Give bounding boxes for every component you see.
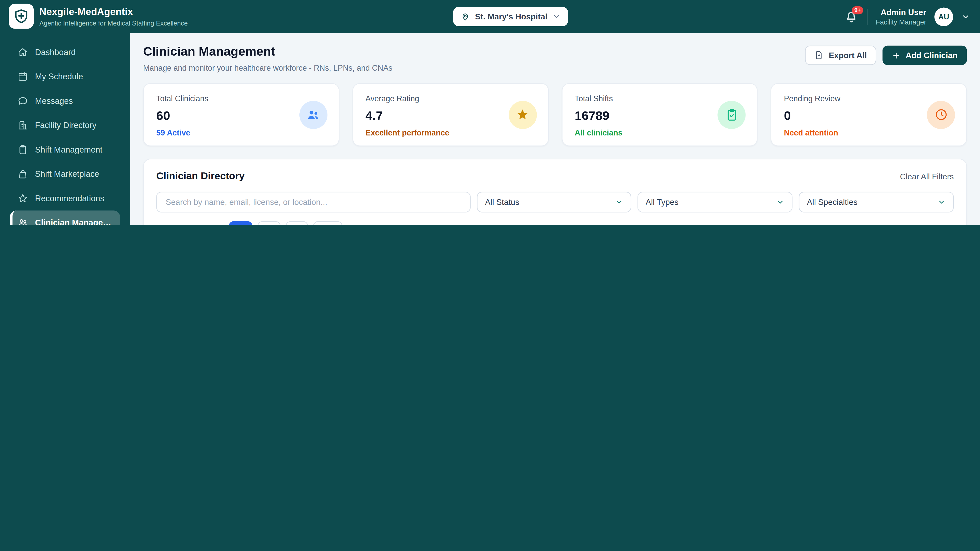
- add-clinician-label: Add Clinician: [905, 51, 957, 60]
- sidebar-item[interactable]: Dashboard: [10, 40, 120, 65]
- stat-card: Pending Review 0 Need attention: [771, 83, 967, 146]
- app-title: Nexgile-MedAgentix: [39, 6, 188, 17]
- stat-subtext: Excellent performance: [366, 129, 535, 137]
- stat-subtext: Need attention: [784, 129, 954, 137]
- stat-icon-circle: [508, 100, 536, 129]
- calendar-icon: [18, 71, 28, 82]
- bag-icon: [18, 168, 28, 179]
- star-icon: [18, 193, 28, 204]
- stats-row: Total Clinicians 60 59 Active Average Ra…: [143, 83, 967, 146]
- facility-selector[interactable]: St. Mary's Hospital: [453, 7, 568, 26]
- export-all-button[interactable]: Export All: [805, 46, 876, 65]
- header-right: 9+ Admin User Facility Manager AU: [844, 0, 970, 33]
- sidebar-item[interactable]: Facility Directory: [10, 113, 120, 138]
- search-input[interactable]: [164, 197, 463, 207]
- app-tagline: Agentic Intelligence for Medical Staffin…: [39, 19, 188, 27]
- stat-label: Total Shifts: [575, 94, 745, 103]
- users-filled-icon: [307, 108, 320, 121]
- users-icon: [18, 218, 28, 225]
- clinician-directory-card: Clinician Directory Clear All Filters Al…: [143, 159, 967, 225]
- minimum-rating-row: Minimum Rating: All 3+ 4+: [156, 221, 954, 225]
- sidebar-item[interactable]: Shift Marketplace: [10, 162, 120, 186]
- sidebar-item[interactable]: Shift Management: [10, 138, 120, 162]
- stat-card: Total Shifts 16789 All clinicians: [562, 83, 757, 146]
- stat-label: Total Clinicians: [156, 94, 326, 103]
- chevron-down-icon: [776, 198, 784, 206]
- filter-row: All Status All Types All Specialties: [156, 192, 954, 213]
- location-pin-icon: [461, 12, 470, 21]
- stat-icon-circle: [927, 100, 955, 129]
- type-filter-select[interactable]: All Types: [638, 192, 792, 213]
- user-menu-chevron-icon[interactable]: [961, 12, 970, 21]
- status-filter-select[interactable]: All Status: [477, 192, 632, 213]
- page-actions: Export All Add Clinician: [805, 46, 967, 65]
- clipboard-icon: [18, 144, 28, 155]
- facility-name: St. Mary's Hospital: [475, 12, 547, 21]
- rating-filter-chip[interactable]: 3+: [258, 221, 280, 225]
- sidebar: Dashboard My Schedule Messages Facility …: [0, 33, 130, 225]
- page-title: Clinician Management: [143, 44, 393, 59]
- notifications-button[interactable]: 9+: [844, 9, 859, 24]
- page-header: Clinician Management Manage and monitor …: [143, 44, 967, 73]
- user-name: Admin User: [876, 7, 926, 17]
- export-all-label: Export All: [829, 51, 867, 60]
- sidebar-item[interactable]: Messages: [10, 89, 120, 113]
- brand: Nexgile-MedAgentix Agentic Intelligence …: [9, 4, 188, 29]
- rating-filter-chip[interactable]: 4+: [285, 221, 308, 225]
- page-subtitle: Manage and monitor your healthcare workf…: [143, 64, 393, 73]
- search-box: [156, 192, 471, 213]
- top-header: Nexgile-MedAgentix Agentic Intelligence …: [0, 0, 980, 33]
- directory-title: Clinician Directory: [156, 171, 245, 182]
- stat-icon-circle: [299, 100, 327, 129]
- stat-card: Average Rating 4.7 Excellent performance: [352, 83, 549, 146]
- stat-label: Average Rating: [366, 94, 535, 103]
- star-filled-icon: [515, 108, 529, 121]
- sidebar-item[interactable]: Recommendations: [10, 186, 120, 211]
- notification-badge: 9+: [852, 6, 863, 14]
- add-clinician-button[interactable]: Add Clinician: [883, 46, 967, 65]
- rating-filter-chip[interactable]: All: [229, 221, 253, 225]
- stat-card: Total Clinicians 60 59 Active: [143, 83, 339, 146]
- clear-all-filters-link[interactable]: Clear All Filters: [900, 171, 954, 181]
- specialty-filter-value: All Specialties: [807, 197, 858, 207]
- main-content: Clinician Management Manage and monitor …: [130, 33, 980, 225]
- sidebar-item[interactable]: My Schedule: [10, 64, 120, 89]
- user-role: Facility Manager: [876, 18, 926, 25]
- rating-filter-group: All 3+ 4+ 4.5+: [229, 221, 342, 225]
- shield-plus-icon: [13, 8, 29, 24]
- chat-icon: [18, 96, 28, 106]
- chevron-down-icon: [615, 198, 623, 206]
- status-filter-value: All Status: [485, 197, 519, 207]
- stat-subtext: All clinicians: [575, 129, 745, 137]
- header-divider: [867, 8, 867, 25]
- export-icon: [815, 51, 824, 60]
- specialty-filter-select[interactable]: All Specialties: [799, 192, 954, 213]
- rating-filter-chip[interactable]: 4.5+: [313, 221, 342, 225]
- app-logo: [9, 4, 34, 29]
- user-avatar[interactable]: AU: [934, 7, 953, 26]
- app-window: Nexgile-MedAgentix Agentic Intelligence …: [0, 0, 980, 225]
- building-icon: [18, 120, 28, 130]
- chevron-down-icon: [552, 13, 560, 21]
- clock-icon: [934, 108, 948, 121]
- home-icon: [18, 47, 28, 58]
- sidebar-item[interactable]: Clinician Management: [10, 210, 120, 225]
- sidebar-nav: Dashboard My Schedule Messages Facility …: [10, 40, 120, 225]
- stat-label: Pending Review: [784, 94, 954, 103]
- chevron-down-icon: [937, 198, 945, 206]
- plus-icon: [892, 51, 900, 60]
- clipboard-check-icon: [725, 108, 738, 121]
- type-filter-value: All Types: [646, 197, 679, 207]
- stat-icon-circle: [718, 100, 746, 129]
- stat-subtext: 59 Active: [156, 129, 326, 137]
- user-meta: Admin User Facility Manager: [876, 7, 926, 25]
